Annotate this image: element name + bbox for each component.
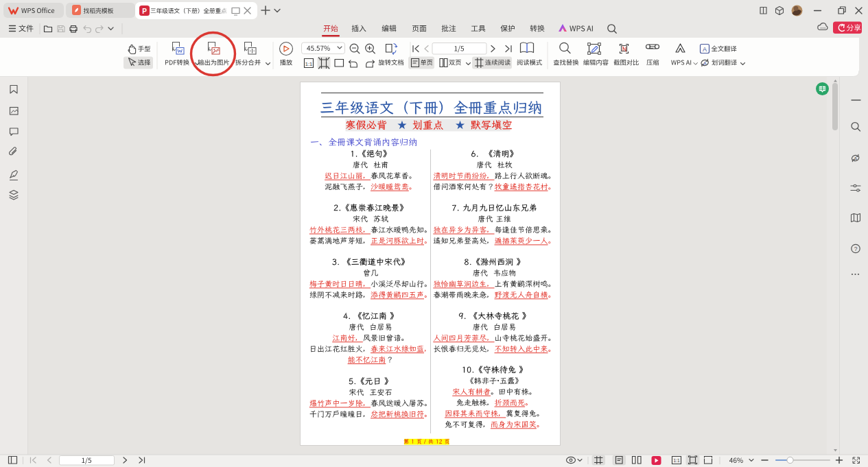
svg-text:1:1: 1:1 (305, 61, 312, 67)
svg-text:P: P (142, 8, 147, 15)
svg-text:1:1: 1:1 (673, 458, 679, 463)
svg-text:?: ? (854, 246, 858, 252)
svg-text:A: A (703, 46, 707, 53)
svg-text:A: A (854, 156, 857, 162)
svg-text:A: A (703, 60, 707, 67)
